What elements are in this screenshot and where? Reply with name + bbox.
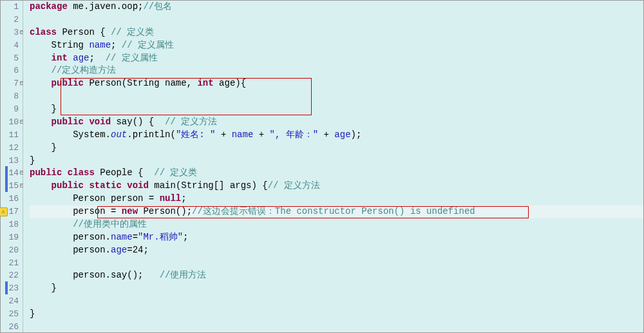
code-token: ; [89, 53, 105, 63]
line-number: 20 [1, 244, 19, 257]
code-line[interactable]: String name; // 定义属性 [30, 39, 643, 52]
code-token: class [68, 167, 95, 178]
code-token: // 定义属性 [122, 40, 174, 50]
code-token: } [30, 155, 35, 166]
code-line[interactable]: } [30, 103, 643, 116]
line-number: 8 [1, 90, 19, 103]
code-token: name [111, 232, 133, 242]
code-token: Person(); [138, 206, 192, 216]
code-line[interactable]: person.say(); //使用方法 [30, 269, 643, 282]
code-token [68, 53, 73, 63]
code-line[interactable]: int age; // 定义属性 [30, 52, 643, 65]
code-token: // 定义类 [111, 27, 154, 37]
code-token: int [52, 53, 68, 63]
code-token: public [30, 167, 62, 178]
code-line[interactable]: person = new Person();//这边会提示错误：The cons… [30, 205, 643, 218]
code-line[interactable]: public Person(String name, int age){ [30, 77, 643, 90]
code-token [62, 167, 67, 178]
code-line[interactable]: public void say() { // 定义方法 [30, 116, 643, 129]
code-token: public [52, 180, 84, 191]
code-token: // 定义方法 [268, 180, 320, 191]
code-token: + [253, 129, 269, 140]
line-number: 14⊟ [1, 167, 19, 180]
code-token: public [52, 117, 84, 127]
code-line[interactable]: person.name="Mr.稻帅"; [30, 231, 643, 244]
line-number: 22 [1, 269, 19, 282]
line-number: 11 [1, 129, 19, 142]
code-token [122, 180, 127, 191]
code-token [30, 219, 73, 229]
code-token: + [215, 129, 231, 140]
line-number: 18 [1, 218, 19, 231]
line-number: 21 [1, 257, 19, 270]
code-token: person. [30, 232, 111, 242]
code-token: ", 年龄：" [270, 129, 319, 140]
code-line[interactable]: package me.javen.oop;//包名 [30, 1, 643, 14]
code-token: } [30, 309, 35, 319]
code-area[interactable]: package me.javen.oop;//包名class Person { … [23, 1, 643, 332]
warning-marker-icon[interactable]: ⚠ [0, 207, 8, 216]
code-token: System. [30, 129, 111, 140]
code-token: Person person = [30, 193, 160, 204]
code-token: ; [183, 232, 188, 242]
line-number: 6 [1, 64, 19, 77]
code-token [30, 65, 52, 75]
code-token: Person(String name, [84, 78, 197, 88]
code-token: Person { [57, 27, 111, 37]
code-line[interactable]: person.age=24; [30, 244, 643, 257]
code-token: public [52, 78, 84, 88]
code-line[interactable] [30, 90, 643, 103]
code-token: name [89, 40, 111, 50]
code-token: person.say(); [30, 270, 160, 280]
code-line[interactable]: //定义构造方法 [30, 64, 643, 77]
code-token: person. [30, 245, 111, 255]
line-number: 16 [1, 193, 19, 205]
line-number: 19 [1, 231, 19, 244]
code-token [30, 78, 52, 88]
line-number: 15⊟ [1, 180, 19, 193]
code-line[interactable]: Person person = null; [30, 193, 643, 205]
code-token: .println( [127, 129, 176, 140]
code-token: People { [95, 167, 154, 178]
line-number: 5 [1, 52, 19, 65]
code-line[interactable]: } [30, 155, 643, 167]
code-token: ; [111, 40, 122, 50]
line-number: 25 [1, 308, 19, 321]
code-line[interactable]: } [30, 142, 643, 155]
code-token: //这边会提示错误：The constructor Person() is un… [192, 206, 475, 216]
code-line[interactable] [30, 321, 643, 333]
code-line[interactable]: } [30, 282, 643, 295]
line-number: 12 [1, 142, 19, 155]
code-token: //定义构造方法 [52, 65, 117, 75]
code-token: void [127, 180, 149, 191]
code-line[interactable] [30, 257, 643, 270]
code-line[interactable] [30, 14, 643, 26]
code-token: //使用方法 [160, 270, 207, 280]
line-number: 10⊟ [1, 116, 19, 129]
code-token: me.javen.oop; [68, 1, 144, 12]
code-token: person = [30, 206, 122, 216]
code-token: // 定义方法 [165, 117, 217, 127]
code-line[interactable]: System.out.println("姓名: " + name + ", 年龄… [30, 129, 643, 142]
line-number: 26 [1, 321, 19, 333]
code-token: age [334, 129, 350, 140]
code-line[interactable]: //使用类中的属性 [30, 218, 643, 231]
code-token: // 定义类 [154, 167, 197, 178]
code-token: age [111, 245, 127, 255]
code-line[interactable]: public class People { // 定义类 [30, 167, 643, 180]
code-token: // 定义属性 [106, 53, 158, 63]
code-token: age [73, 53, 89, 63]
code-token: out [111, 129, 127, 140]
code-token: age){ [214, 78, 246, 88]
code-line[interactable]: public static void main(String[] args) {… [30, 180, 643, 193]
code-token: name [232, 129, 254, 140]
code-line[interactable] [30, 295, 643, 308]
code-token [30, 117, 52, 127]
code-token: + [318, 129, 334, 140]
code-token: null [160, 193, 182, 204]
line-number: 24 [1, 295, 19, 308]
code-token: package [30, 1, 68, 12]
code-line[interactable]: } [30, 308, 643, 321]
code-token: "姓名: " [176, 129, 216, 140]
code-line[interactable]: class Person { // 定义类 [30, 26, 643, 39]
